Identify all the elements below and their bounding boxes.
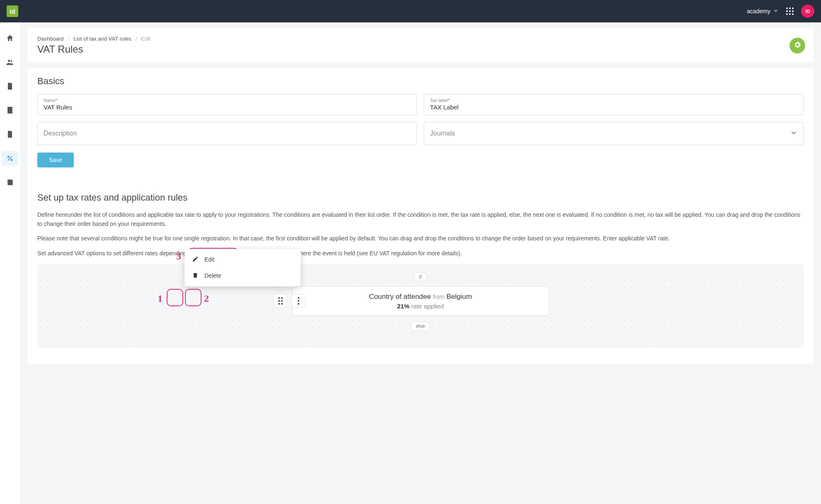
svg-point-3	[8, 156, 9, 158]
sidebar-item-people[interactable]	[2, 55, 18, 70]
header-card: Dashboard / List of tax and VAT rules / …	[27, 28, 814, 63]
rules-heading: Set up tax rates and application rules	[37, 192, 804, 203]
taxlabel-field-wrapper[interactable]: Tax label*	[424, 94, 804, 115]
menu-item-delete[interactable]: Delete	[185, 268, 301, 284]
sidebar-item-document[interactable]	[2, 79, 18, 94]
svg-point-1	[10, 61, 12, 62]
name-input[interactable]	[44, 104, 411, 111]
settings-button[interactable]	[789, 38, 805, 53]
rule-condition: Country of attendee from Belgium	[300, 293, 541, 301]
kebab-icon	[298, 297, 299, 305]
breadcrumb-current: Edit	[141, 36, 150, 42]
account-switcher[interactable]: academy	[747, 8, 779, 15]
svg-point-4	[11, 159, 12, 160]
journals-placeholder: Journals	[430, 130, 455, 137]
page-title: VAT Rules	[37, 44, 804, 55]
description-field-wrapper[interactable]: Description	[37, 122, 417, 145]
sidebar-item-book[interactable]	[2, 175, 18, 190]
menu-item-edit[interactable]: Edit	[185, 252, 301, 268]
pill-if: if	[414, 272, 427, 281]
chevron-down-icon	[790, 129, 797, 138]
callout-ring-2	[185, 289, 202, 306]
sidebar-item-tax[interactable]	[2, 151, 18, 166]
breadcrumb-list[interactable]: List of tax and VAT rules	[73, 36, 131, 42]
drag-handle-button[interactable]	[273, 294, 287, 308]
rules-paragraph-1: Define hereunder the list of conditions …	[37, 211, 804, 228]
taxlabel-label: Tax label*	[430, 98, 797, 103]
rules-paragraph-3: Set advanced VAT options to set differen…	[37, 249, 804, 258]
callout-number-1: 1	[158, 293, 163, 304]
pencil-icon	[192, 256, 199, 264]
description-placeholder: Description	[44, 130, 77, 137]
callout-number-2: 2	[204, 293, 209, 304]
trash-icon	[192, 272, 199, 280]
basics-heading: Basics	[37, 76, 804, 87]
drag-icon	[278, 297, 283, 305]
brand-logo[interactable]: id	[7, 5, 18, 17]
save-button[interactable]: Save	[37, 153, 74, 167]
rules-paragraph-2: Please note that several conditions migh…	[37, 234, 804, 243]
gear-icon	[793, 41, 802, 50]
sidebar-item-home[interactable]	[2, 31, 18, 46]
callout-ring-1	[167, 289, 183, 306]
avatar[interactable]: ID	[801, 5, 814, 18]
sidebar-item-invoice[interactable]	[2, 127, 18, 142]
svg-line-2	[8, 156, 12, 160]
account-label: academy	[747, 8, 770, 15]
rules-canvas: if	[37, 264, 804, 347]
journals-field-wrapper[interactable]: Journals	[424, 122, 804, 145]
apps-grid-icon[interactable]	[786, 7, 794, 15]
menu-item-delete-label: Delete	[204, 272, 221, 279]
taxlabel-input[interactable]	[430, 104, 797, 111]
sidebar-item-receipt[interactable]	[2, 103, 18, 118]
top-bar: id academy ID	[0, 0, 821, 22]
rule-card[interactable]: Country of attendee from Belgium 21% rat…	[292, 286, 549, 316]
menu-item-edit-label: Edit	[204, 256, 214, 263]
rule-menu-button[interactable]	[291, 294, 306, 308]
main-content: Dashboard / List of tax and VAT rules / …	[20, 22, 821, 504]
pill-else: else	[410, 322, 430, 331]
name-label: Name*	[44, 98, 411, 103]
rule-context-menu: Edit Delete	[185, 249, 301, 286]
breadcrumb-dashboard[interactable]: Dashboard	[37, 36, 64, 42]
svg-point-0	[8, 60, 10, 62]
chevron-down-icon	[773, 8, 779, 15]
name-field-wrapper[interactable]: Name*	[37, 94, 417, 115]
sidebar	[0, 22, 20, 504]
rule-rate: 21% rate applied	[300, 303, 541, 310]
breadcrumb: Dashboard / List of tax and VAT rules / …	[37, 36, 804, 42]
basics-card: Basics Name* Tax label* Description Jour…	[27, 68, 814, 364]
